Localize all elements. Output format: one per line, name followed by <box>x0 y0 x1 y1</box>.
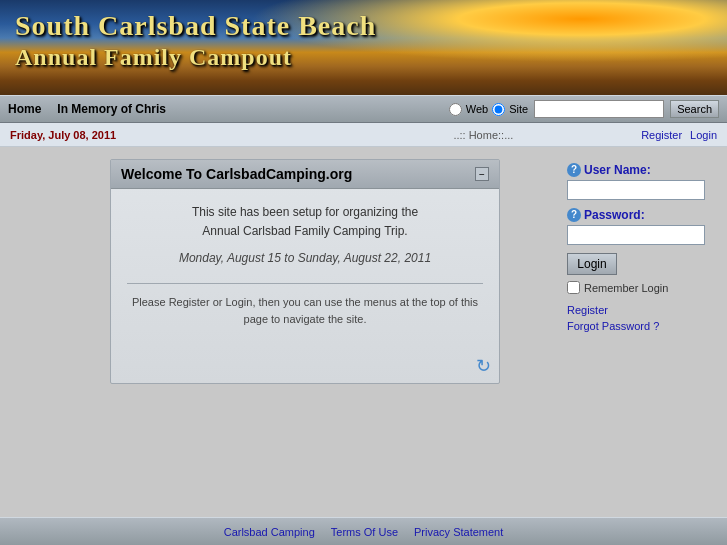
password-help-icon[interactable]: ? <box>567 208 581 222</box>
welcome-divider <box>127 283 483 284</box>
site-title-line1: South Carlsbad State Beach <box>15 10 376 42</box>
remember-checkbox[interactable] <box>567 281 580 294</box>
nav-links: Home In Memory of Chris <box>8 102 449 116</box>
username-input[interactable] <box>567 180 705 200</box>
footer-carlsbad-link[interactable]: Carlsbad Camping <box>224 526 315 538</box>
radio-web-label: Web <box>466 103 488 115</box>
site-title-line2: Annual Family Campout <box>15 44 376 71</box>
radio-site[interactable] <box>492 103 505 116</box>
auth-links: Register Login <box>641 129 717 141</box>
username-label-group: ? User Name: <box>567 163 717 177</box>
radio-group: Web Site <box>449 103 528 116</box>
navigation-bar: Home In Memory of Chris Web Site Search <box>0 95 727 123</box>
nav-memory[interactable]: In Memory of Chris <box>57 102 166 116</box>
welcome-dates: Monday, August 15 to Sunday, August 22, … <box>127 249 483 268</box>
password-label: Password: <box>584 208 645 222</box>
login-button[interactable]: Login <box>567 253 617 275</box>
register-link-top[interactable]: Register <box>641 129 682 141</box>
login-panel: ? User Name: ? Password: Login Remember … <box>567 159 717 515</box>
search-button[interactable]: Search <box>670 100 719 118</box>
main-content: Welcome To CarlsbadCamping.org − This si… <box>0 147 727 527</box>
username-help-icon[interactable]: ? <box>567 163 581 177</box>
username-label: User Name: <box>584 163 651 177</box>
radio-site-label: Site <box>509 103 528 115</box>
welcome-footer: ↻ <box>111 351 499 383</box>
radio-web[interactable] <box>449 103 462 116</box>
welcome-header: Welcome To CarlsbadCamping.org − <box>111 160 499 189</box>
welcome-register-text: Please Register or Login, then you can u… <box>127 294 483 329</box>
welcome-panel: Welcome To CarlsbadCamping.org − This si… <box>110 159 555 515</box>
footer-privacy-link[interactable]: Privacy Statement <box>414 526 503 538</box>
register-link[interactable]: Register <box>567 304 717 316</box>
welcome-title: Welcome To CarlsbadCamping.org <box>121 166 352 182</box>
password-label-group: ? Password: <box>567 208 717 222</box>
welcome-text-1: This site has been setup for organizing … <box>127 203 483 241</box>
welcome-body: This site has been setup for organizing … <box>111 189 499 351</box>
footer-terms-link[interactable]: Terms Of Use <box>331 526 398 538</box>
current-date: Friday, July 08, 2011 <box>10 129 326 141</box>
search-area: Web Site Search <box>449 100 719 118</box>
site-footer: Carlsbad Camping Terms Of Use Privacy St… <box>0 517 727 545</box>
breadcrumb: ..:: Home::... <box>326 129 642 141</box>
minimize-button[interactable]: − <box>475 167 489 181</box>
site-title: South Carlsbad State Beach Annual Family… <box>15 10 376 71</box>
site-header: South Carlsbad State Beach Annual Family… <box>0 0 727 95</box>
welcome-box: Welcome To CarlsbadCamping.org − This si… <box>110 159 500 384</box>
password-input[interactable] <box>567 225 705 245</box>
date-bar: Friday, July 08, 2011 ..:: Home::... Reg… <box>0 123 727 147</box>
forgot-password-link[interactable]: Forgot Password ? <box>567 320 717 332</box>
nav-home[interactable]: Home <box>8 102 41 116</box>
refresh-icon[interactable]: ↻ <box>476 356 491 376</box>
search-input[interactable] <box>534 100 664 118</box>
remember-login-label: Remember Login <box>567 281 717 294</box>
login-link-top[interactable]: Login <box>690 129 717 141</box>
